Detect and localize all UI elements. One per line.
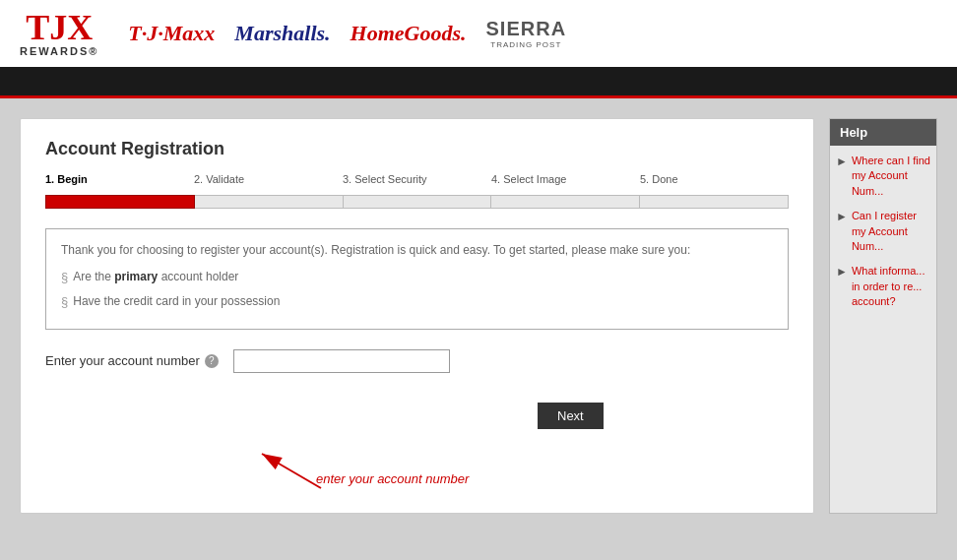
bullet-sym-1: § bbox=[61, 268, 68, 288]
info-box: Thank you for choosing to register your … bbox=[45, 228, 789, 330]
panel-title: Account Registration bbox=[45, 139, 789, 159]
help-header: Help bbox=[830, 119, 936, 146]
help-item-2-text: Can I register my Account Num... bbox=[852, 209, 930, 254]
marshalls-logo: Marshalls. bbox=[234, 21, 330, 46]
annotation-text: enter your account number bbox=[316, 471, 469, 486]
form-panel: Account Registration 1. Begin 2. Validat… bbox=[20, 118, 814, 514]
account-number-input[interactable] bbox=[233, 349, 450, 373]
bullet-sym-2: § bbox=[61, 292, 68, 313]
tjmaxx-logo: T·J·Maxx bbox=[128, 21, 215, 46]
bullet-text-2: Have the credit card in your possession bbox=[73, 292, 280, 311]
help-bullet-2: ► bbox=[836, 209, 848, 225]
help-item-2[interactable]: ► Can I register my Account Num... bbox=[836, 209, 930, 254]
svg-line-1 bbox=[262, 454, 321, 488]
bullet-item-1: § Are the primary account holder bbox=[61, 268, 773, 288]
account-label-text: Enter your account number bbox=[45, 353, 200, 368]
progress-seg-2 bbox=[195, 195, 344, 209]
help-item-1-text: Where can I find my Account Num... bbox=[852, 154, 930, 199]
account-field-row: Enter your account number ? bbox=[45, 349, 789, 373]
help-bullet-3: ► bbox=[836, 264, 848, 280]
brand-logos: T·J·Maxx Marshalls. HomeGoods. SIERRA TR… bbox=[128, 18, 566, 49]
help-item-1[interactable]: ► Where can I find my Account Num... bbox=[836, 154, 930, 199]
bullet-text-1: Are the primary account holder bbox=[73, 268, 238, 286]
header: TJX REWARDS® T·J·Maxx Marshalls. HomeGoo… bbox=[0, 0, 957, 71]
tjx-logo-text: TJX bbox=[26, 10, 93, 45]
account-label: Enter your account number ? bbox=[45, 353, 219, 368]
nav-bar bbox=[0, 71, 957, 98]
progress-seg-1 bbox=[45, 195, 195, 209]
help-items: ► Where can I find my Account Num... ► C… bbox=[830, 146, 936, 328]
step-3: 3. Select Security bbox=[343, 171, 491, 187]
help-bullet-1: ► bbox=[836, 154, 848, 170]
steps-row: 1. Begin 2. Validate 3. Select Security … bbox=[45, 171, 789, 187]
step-1: 1. Begin bbox=[45, 171, 194, 187]
progress-seg-4 bbox=[491, 195, 640, 209]
step-4: 4. Select Image bbox=[491, 171, 640, 187]
step-2: 2. Validate bbox=[194, 171, 343, 187]
help-item-3[interactable]: ► What informa... in order to re... acco… bbox=[836, 264, 930, 309]
progress-seg-5 bbox=[640, 195, 789, 209]
step-5: 5. Done bbox=[640, 171, 789, 187]
homegoods-logo: HomeGoods. bbox=[351, 21, 467, 46]
info-text: Thank you for choosing to register your … bbox=[61, 241, 773, 260]
help-panel: Help ► Where can I find my Account Num..… bbox=[829, 118, 937, 514]
next-button-area: Next bbox=[291, 403, 789, 439]
account-help-icon[interactable]: ? bbox=[205, 354, 219, 368]
help-item-3-text: What informa... in order to re... accoun… bbox=[852, 264, 930, 309]
progress-bar bbox=[45, 195, 789, 209]
bold-primary: primary bbox=[114, 270, 158, 283]
tjx-logo: TJX REWARDS® bbox=[20, 10, 98, 57]
progress-seg-3 bbox=[344, 195, 492, 209]
bullet-item-2: § Have the credit card in your possessio… bbox=[61, 292, 773, 313]
sierra-logo: SIERRA TRADING POST bbox=[486, 18, 567, 49]
annotation-area: enter your account number bbox=[223, 444, 789, 493]
rewards-text: REWARDS® bbox=[20, 45, 98, 57]
next-button[interactable]: Next bbox=[538, 403, 604, 429]
main-wrapper: Account Registration 1. Begin 2. Validat… bbox=[0, 98, 957, 533]
